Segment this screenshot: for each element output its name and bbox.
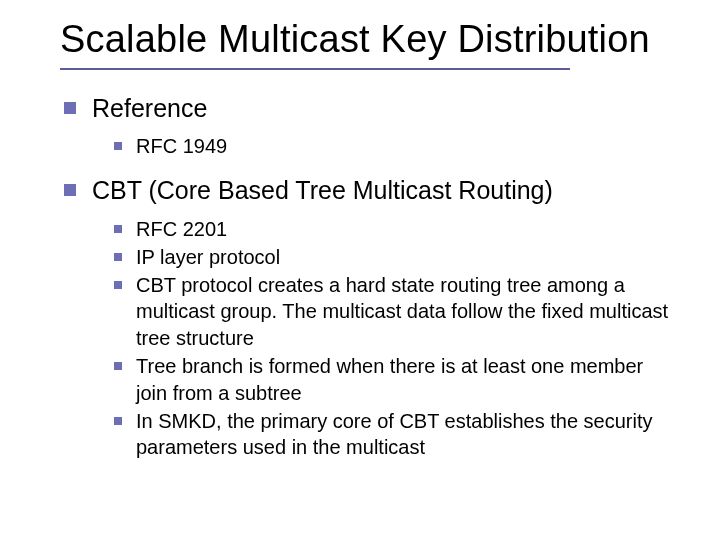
list-item-text: IP layer protocol	[136, 244, 280, 271]
list-item-text: RFC 1949	[136, 133, 227, 160]
list-item: In SMKD, the primary core of CBT establi…	[114, 408, 680, 462]
section-items: RFC 1949	[64, 133, 680, 160]
square-bullet-icon	[64, 102, 76, 114]
square-bullet-icon	[114, 417, 122, 425]
slide-title: Scalable Multicast Key Distribution	[60, 18, 680, 62]
section-heading: Reference	[64, 92, 680, 126]
section-items: RFC 2201 IP layer protocol CBT protocol …	[64, 216, 680, 461]
list-item-text: RFC 2201	[136, 216, 227, 243]
list-item-text: Tree branch is formed when there is at l…	[136, 353, 676, 407]
list-item: Tree branch is formed when there is at l…	[114, 353, 680, 407]
square-bullet-icon	[114, 142, 122, 150]
list-item: IP layer protocol	[114, 244, 680, 271]
square-bullet-icon	[114, 362, 122, 370]
list-item: RFC 1949	[114, 133, 680, 160]
square-bullet-icon	[114, 281, 122, 289]
square-bullet-icon	[114, 253, 122, 261]
square-bullet-icon	[64, 184, 76, 196]
title-underline	[60, 68, 570, 70]
list-item-text: CBT protocol creates a hard state routin…	[136, 272, 676, 352]
section-heading: CBT (Core Based Tree Multicast Routing)	[64, 174, 680, 208]
section-heading-text: Reference	[92, 92, 207, 126]
section-heading-text: CBT (Core Based Tree Multicast Routing)	[92, 174, 553, 208]
outline: Reference RFC 1949 CBT (Core Based Tree …	[60, 92, 680, 461]
square-bullet-icon	[114, 225, 122, 233]
list-item-text: In SMKD, the primary core of CBT establi…	[136, 408, 676, 462]
list-item: CBT protocol creates a hard state routin…	[114, 272, 680, 352]
list-item: RFC 2201	[114, 216, 680, 243]
